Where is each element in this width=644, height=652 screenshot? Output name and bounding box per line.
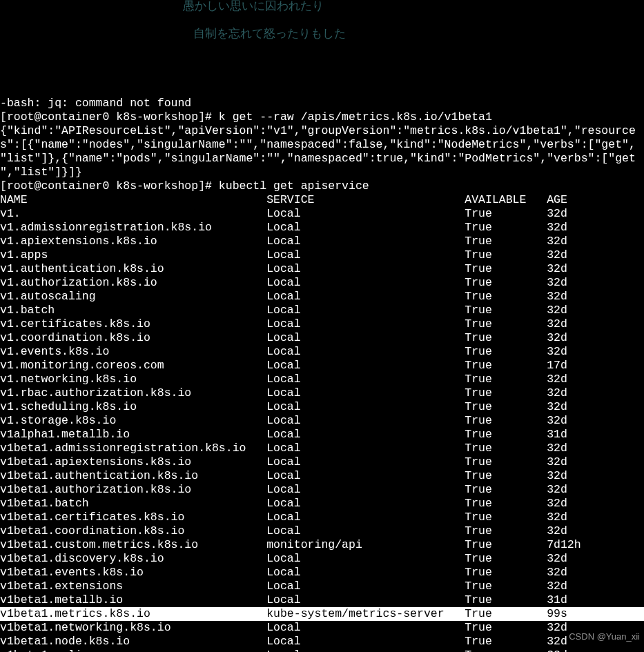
table-row: v1beta1.coordination.k8s.io Local True 3… <box>0 524 644 538</box>
ghost-text-1: 愚かしい思いに囚われたり <box>183 0 324 14</box>
table-row: v1.monitoring.coreos.com Local True 17d <box>0 359 644 373</box>
table-row: v1alpha1.metallb.io Local True 31d <box>0 428 644 442</box>
table-row: v1beta1.admissionregistration.k8s.io Loc… <box>0 442 644 455</box>
table-row: v1.apiextensions.k8s.io Local True 32d <box>0 235 644 248</box>
table-row: v1beta1.discovery.k8s.io Local True 32d <box>0 552 644 566</box>
table-row: v1.networking.k8s.io Local True 32d <box>0 373 644 386</box>
table-row: v1.authorization.k8s.io Local True 32d <box>0 276 644 290</box>
table-row: v1.batch Local True 32d <box>0 304 644 317</box>
table-row: v1.storage.k8s.io Local True 32d <box>0 414 644 428</box>
terminal-line: -bash: jq: command not found <box>0 97 644 110</box>
ghost-text-2: 自制を忘れて怒ったりもした <box>193 28 346 41</box>
table-row: v1beta1.batch Local True 32d <box>0 497 644 511</box>
table-row: v1beta1.apiextensions.k8s.io Local True … <box>0 455 644 469</box>
table-row: v1beta1.certificates.k8s.io Local True 3… <box>0 511 644 524</box>
table-row: v1beta1.metallb.io Local True 31d <box>0 593 644 607</box>
watermark: CSDN @Yuan_xii <box>569 630 640 644</box>
table-row: v1beta1.networking.k8s.io Local True 32d <box>0 621 644 635</box>
table-row: v1beta1.extensions Local True 32d <box>0 580 644 593</box>
terminal-line: {"kind":"APIResourceList","apiVersion":"… <box>0 124 644 138</box>
terminal-line: s":[{"name":"nodes","singularName":"","n… <box>0 138 644 152</box>
table-row: v1.rbac.authorization.k8s.io Local True … <box>0 386 644 400</box>
table-row: v1.coordination.k8s.io Local True 32d <box>0 331 644 345</box>
table-row: v1.autoscaling Local True 32d <box>0 290 644 304</box>
table-row: v1beta1.node.k8s.io Local True 32d <box>0 635 644 649</box>
table-row: v1beta1.policy Local True 32d <box>0 649 644 652</box>
table-row: v1beta1.metrics.k8s.io kube-system/metri… <box>0 607 644 621</box>
terminal-line: "list"]},{"name":"pods","singularName":"… <box>0 152 644 166</box>
table-row: v1.apps Local True 32d <box>0 248 644 262</box>
table-row: v1.scheduling.k8s.io Local True 32d <box>0 400 644 414</box>
table-row: v1beta1.events.k8s.io Local True 32d <box>0 566 644 580</box>
table-row: v1beta1.custom.metrics.k8s.io monitoring… <box>0 538 644 552</box>
table-header: NAME SERVICE AVAILABLE AGE <box>0 193 644 207</box>
table-row: v1.certificates.k8s.io Local True 32d <box>0 317 644 331</box>
table-row: v1. Local True 32d <box>0 207 644 221</box>
table-row: v1.events.k8s.io Local True 32d <box>0 345 644 359</box>
terminal-line: ","list"]}]} <box>0 166 644 179</box>
terminal-line: [root@container0 k8s-workshop]# k get --… <box>0 110 644 124</box>
terminal-line: [root@container0 k8s-workshop]# kubectl … <box>0 179 644 193</box>
terminal-output[interactable]: -bash: jq: command not found[root@contai… <box>0 97 644 652</box>
table-row: v1.admissionregistration.k8s.io Local Tr… <box>0 221 644 235</box>
table-row: v1beta1.authorization.k8s.io Local True … <box>0 483 644 497</box>
table-row: v1.authentication.k8s.io Local True 32d <box>0 262 644 276</box>
table-row: v1beta1.authentication.k8s.io Local True… <box>0 469 644 483</box>
